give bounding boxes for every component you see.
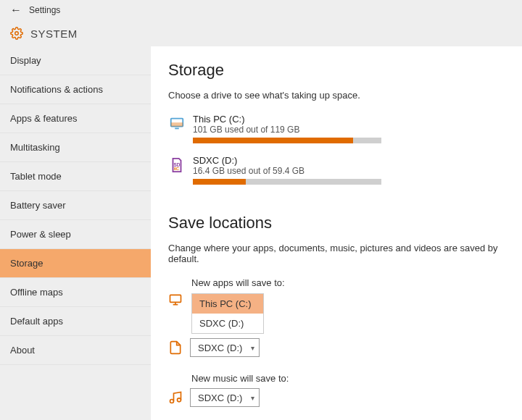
monitor-icon — [168, 293, 183, 307]
save-locations-heading: Save locations — [168, 214, 505, 232]
dropdown-item-sdxc[interactable]: SDXC (D:) — [192, 314, 263, 333]
drive-sdxc[interactable]: SDXC SDXC (D:) 16.4 GB used out of 59.4 … — [168, 155, 505, 185]
storage-subtext: Choose a drive to see what's taking up s… — [168, 90, 505, 101]
svg-rect-6 — [170, 295, 181, 302]
drive-usage: 101 GB used out of 119 GB — [193, 125, 505, 135]
chevron-down-icon: ▾ — [251, 394, 254, 402]
sidebar-item-apps-features[interactable]: Apps & features — [0, 104, 151, 133]
svg-rect-2 — [175, 128, 179, 130]
svg-point-0 — [15, 32, 19, 35]
drive-bar-fill — [193, 138, 353, 143]
gear-icon — [10, 27, 23, 40]
sidebar-item-notifications-actions[interactable]: Notifications & actions — [0, 75, 151, 104]
drive-bar — [193, 179, 381, 185]
main-content: Storage Choose a drive to see what's tak… — [151, 46, 522, 420]
apps-dropdown: This PC (C:) SDXC (D:) — [191, 293, 264, 334]
sidebar-item-display[interactable]: Display — [0, 46, 151, 75]
document-icon — [168, 340, 183, 355]
sidebar-item-about[interactable]: About — [0, 336, 151, 365]
layout: DisplayNotifications & actionsApps & fea… — [0, 46, 522, 420]
sidebar-item-battery-saver[interactable]: Battery saver — [0, 191, 151, 220]
sidebar: DisplayNotifications & actionsApps & fea… — [0, 46, 151, 420]
drive-info: This PC (C:) 101 GB used out of 119 GB — [193, 114, 505, 143]
save-label-apps: New apps will save to: — [191, 277, 505, 288]
music-icon — [168, 390, 183, 405]
music-select[interactable]: SDXC (D:) ▾ — [190, 388, 260, 407]
save-ctl-documents: SDXC (D:) ▾ — [168, 338, 505, 357]
sidebar-item-storage[interactable]: Storage — [0, 249, 151, 278]
svg-point-10 — [178, 398, 181, 402]
select-value: SDXC (D:) — [198, 392, 242, 403]
chevron-down-icon: ▾ — [251, 344, 254, 352]
drive-bar-fill — [193, 179, 246, 185]
drive-bar — [193, 138, 381, 143]
svg-point-9 — [170, 400, 174, 403]
drive-name: This PC (C:) — [193, 114, 505, 125]
storage-heading: Storage — [168, 61, 505, 80]
sidebar-item-power-sleep[interactable]: Power & sleep — [0, 220, 151, 249]
save-label-music: New music will save to: — [191, 373, 505, 384]
monitor-icon — [168, 115, 186, 133]
back-icon[interactable]: ← — [10, 4, 22, 17]
save-location-music: New music will save to: SDXC (D:) ▾ — [168, 373, 505, 407]
sd-card-icon: SDXC — [168, 156, 186, 174]
svg-text:XC: XC — [173, 167, 179, 171]
system-title: SYSTEM — [30, 28, 78, 40]
drive-this-pc[interactable]: This PC (C:) 101 GB used out of 119 GB — [168, 114, 505, 143]
sidebar-item-default-apps[interactable]: Default apps — [0, 307, 151, 336]
select-value: SDXC (D:) — [198, 343, 242, 353]
svg-rect-3 — [171, 122, 183, 127]
drive-info: SDXC (D:) 16.4 GB used out of 59.4 GB — [193, 155, 505, 185]
sidebar-item-offline-maps[interactable]: Offline maps — [0, 278, 151, 307]
titlebar: ← Settings — [0, 0, 522, 20]
system-header: SYSTEM — [0, 20, 522, 46]
documents-select[interactable]: SDXC (D:) ▾ — [190, 338, 260, 357]
window-title: Settings — [29, 5, 60, 15]
dropdown-item-this-pc[interactable]: This PC (C:) — [192, 294, 263, 314]
save-locations-subtext: Change where your apps, documents, music… — [168, 243, 505, 264]
sidebar-item-multitasking[interactable]: Multitasking — [0, 133, 151, 162]
drive-usage: 16.4 GB used out of 59.4 GB — [193, 166, 505, 176]
save-location-apps: New apps will save to: This PC (C:) SDXC… — [168, 277, 505, 307]
drive-name: SDXC (D:) — [193, 155, 505, 166]
sidebar-item-tablet-mode[interactable]: Tablet mode — [0, 162, 151, 191]
save-ctl-music: SDXC (D:) ▾ — [168, 388, 505, 407]
